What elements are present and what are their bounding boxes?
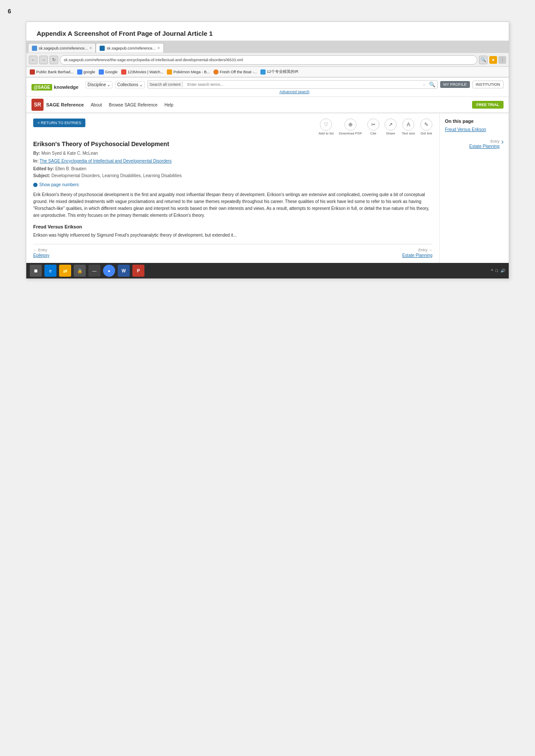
bookmark-google[interactable]: Google <box>99 69 118 75</box>
taskbar-edge[interactable]: e <box>44 265 56 277</box>
toolbar-icons: ★ ⋮ <box>489 56 506 64</box>
taskbar-chrome[interactable]: ● <box>103 265 115 277</box>
bookmark-public-bank[interactable]: Public Bank Berhad... <box>30 69 74 75</box>
article-nav-bottom: ← Entry Epilepsy Entry → Estate Planning <box>33 244 432 258</box>
bookmark-google-g[interactable]: google <box>77 69 95 75</box>
sage-logo-text: knowledge <box>54 84 78 90</box>
taskbar-network-icon: □ <box>496 269 498 273</box>
sage-reference-icon-text: SR <box>34 102 41 108</box>
bookmark-label-4: 123Movies | Watch... <box>128 70 164 74</box>
my-profile-button[interactable]: MY PROFILE <box>440 81 469 88</box>
bookmark-fresh-off-boat[interactable]: Fresh Off the Boat -... <box>213 69 257 75</box>
subject-value: Developmental Disorders, Learning Disabi… <box>51 173 181 178</box>
download-pdf-label: Download PDF <box>339 131 362 135</box>
tab-close-1[interactable]: × <box>90 46 92 50</box>
bookmark-label-6: Fresh Off the Boat -... <box>220 70 257 74</box>
taskbar-file-explorer[interactable]: 📁 <box>59 265 71 277</box>
cite-button[interactable]: ✂ Cite <box>367 119 379 135</box>
bookmark-favicon-5 <box>167 69 172 75</box>
next-entry-link[interactable]: Estate Planning <box>402 253 432 258</box>
on-this-page-label: On this page <box>445 119 504 124</box>
toc-freud-link[interactable]: Freud Versus Erikson <box>445 127 504 132</box>
sage-reference-icon: SR <box>31 99 44 111</box>
get-link-button[interactable]: ✎ Get link <box>420 119 432 135</box>
bookmark-favicon-3 <box>99 69 104 75</box>
bookmark-12-elite[interactable]: 12个专业精英的IR <box>260 69 298 75</box>
in-link[interactable]: The SAGE Encyclopedia of Intellectual an… <box>40 159 172 163</box>
sub-nav-help-link[interactable]: Help <box>164 103 173 107</box>
sub-nav: SR SAGE Reference About Browse SAGE Refe… <box>26 97 509 113</box>
share-button[interactable]: ↗ Share <box>385 119 397 135</box>
tab-label-2: sk.sagepub.com/reference... <box>106 46 156 50</box>
menu-icon[interactable]: ⋮ <box>498 56 506 64</box>
main-content: < RETURN TO ENTRIES ♡ Add to list ⊕ Down… <box>26 113 509 263</box>
return-to-entries-button[interactable]: < RETURN TO ENTRIES <box>33 119 85 127</box>
discipline-label: Discipline <box>88 82 106 87</box>
browser-tabs-bar: sk.sagepub.com/reference... × sk.sagepub… <box>26 41 509 53</box>
right-nav-entry-link[interactable]: Estate Planning <box>469 144 500 149</box>
bookmark-label-2: google <box>84 70 95 74</box>
prev-entry-label: ← Entry <box>33 248 50 252</box>
show-page-numbers-toggle[interactable]: Show page numbers <box>33 182 432 187</box>
get-link-label: Get link <box>420 131 432 135</box>
edited-value: Ellen B. Braaten <box>55 166 86 171</box>
taskbar-lock[interactable]: 🔒 <box>74 265 86 277</box>
article-subject: Subject: Developmental Disorders, Learni… <box>33 173 432 178</box>
text-size-button[interactable]: A Text size <box>402 119 415 135</box>
bookmark-123movies[interactable]: 123Movies | Watch... <box>121 69 164 75</box>
text-size-label: Text size <box>402 131 415 135</box>
bookmarks-bar: Public Bank Berhad... google Google 123M… <box>26 67 509 77</box>
sub-nav-about-link[interactable]: About <box>91 103 102 107</box>
search-scope-select[interactable]: Search all content <box>148 81 183 87</box>
discipline-dropdown[interactable]: Discipline ⌄ <box>85 81 113 88</box>
advanced-search-link[interactable]: Advanced search <box>279 90 310 94</box>
link-icon: ✎ <box>420 119 432 131</box>
article-by: By: Moin Syed & Kate C. McLean <box>33 150 432 156</box>
share-icon: ↗ <box>385 119 397 131</box>
sub-nav-browse-link[interactable]: Browse SAGE Reference <box>109 103 158 107</box>
tab-close-2[interactable]: × <box>157 46 160 50</box>
browser-tab-1[interactable]: sk.sagepub.com/reference... × <box>28 43 96 53</box>
add-to-list-label: Add to list <box>319 131 334 135</box>
back-button[interactable]: ← <box>29 56 38 64</box>
add-to-list-button[interactable]: ♡ Add to list <box>319 119 334 135</box>
taskbar-up-arrow-icon[interactable]: ^ <box>491 269 493 273</box>
tab-favicon-1 <box>32 46 37 51</box>
institution-button[interactable]: INSTITUTION <box>472 81 504 88</box>
taskbar-word[interactable]: W <box>118 265 130 277</box>
download-pdf-button[interactable]: ⊕ Download PDF <box>339 119 362 135</box>
forward-button[interactable]: → <box>39 56 48 64</box>
share-label: Share <box>386 131 395 135</box>
subject-label: Subject: <box>33 173 50 178</box>
bookmark-favicon-6 <box>213 69 219 75</box>
reload-button[interactable]: ↻ <box>50 56 58 64</box>
discipline-chevron-icon: ⌄ <box>107 82 110 87</box>
search-button[interactable]: 🔍 <box>479 56 488 64</box>
article-body: Erik Erikson's theory of psychosocial de… <box>33 191 432 219</box>
text-size-icon: A <box>402 119 414 131</box>
bookmark-favicon-1 <box>30 69 35 75</box>
search-input[interactable] <box>185 81 421 87</box>
bookmark-label-5: Pokémon Mega - B... <box>173 70 210 74</box>
right-nav-chevron-icon[interactable]: › <box>501 138 504 149</box>
sage-logo[interactable]: @SAGE knowledge <box>31 84 78 91</box>
address-bar[interactable]: sk.sagepub.com/reference/the-sage-encycl… <box>60 55 477 65</box>
taskbar-start[interactable]: ■ <box>30 265 42 277</box>
taskbar-dash[interactable]: — <box>88 265 100 277</box>
sage-header: @SAGE knowledge Discipline ⌄ Collections… <box>26 78 509 97</box>
search-submit-button[interactable]: 🔍 <box>427 81 437 88</box>
in-label: In: <box>33 159 38 163</box>
browser-tab-2[interactable]: sk.sagepub.com/reference... × <box>96 43 163 53</box>
bookmark-pokemon[interactable]: Pokémon Mega - B... <box>167 69 210 75</box>
right-nav-entry: Entry Estate Planning › <box>445 138 504 149</box>
collections-dropdown[interactable]: Collections ⌄ <box>115 81 145 88</box>
article-in: In: The SAGE Encyclopedia of Intellectua… <box>33 158 432 164</box>
extensions-icon[interactable]: ★ <box>489 56 497 64</box>
prev-entry-link[interactable]: Epilepsy <box>33 253 50 258</box>
by-value: Moin Syed & Kate C. McLean <box>41 151 98 156</box>
sage-logo-mark: @SAGE <box>31 84 52 91</box>
taskbar-powerpoint[interactable]: P <box>132 265 144 277</box>
taskbar-volume-icon[interactable]: 🔊 <box>501 269 505 273</box>
bookmark-favicon-7 <box>260 69 266 75</box>
free-trial-button[interactable]: FREE TRIAL <box>472 101 504 109</box>
